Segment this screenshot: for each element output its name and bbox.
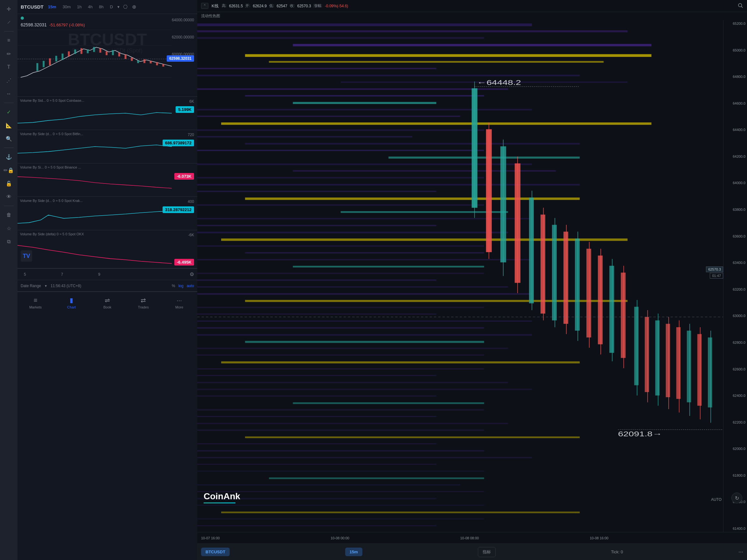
svg-rect-39 xyxy=(245,95,484,96)
sub-indicator-4: Volume By Side (d... 0 ≈ 5 0 Spot Krak..… xyxy=(18,197,197,230)
more-icon: ··· xyxy=(177,297,182,304)
svg-rect-28 xyxy=(197,20,723,532)
text-icon[interactable]: T xyxy=(3,61,15,73)
magnifier-icon[interactable]: 🔍 xyxy=(3,133,15,144)
svg-rect-88 xyxy=(197,430,484,431)
line-tool-icon[interactable]: ⟋ xyxy=(3,17,15,28)
nav-book[interactable]: ⇌ Book xyxy=(89,294,125,312)
footer-more-btn[interactable]: ··· xyxy=(739,549,743,555)
star-icon[interactable]: ☆ xyxy=(3,222,15,234)
kline-header: ⌃ K线 高: 62631.5 开: 62624.9 低: 62547 收: 6… xyxy=(197,0,747,12)
nav-more[interactable]: ··· More xyxy=(161,294,197,312)
price-tick-17: 61800.0 xyxy=(725,474,745,477)
price-tick-10: 63200.0 xyxy=(725,288,745,291)
tf-15m[interactable]: 15m xyxy=(46,3,58,10)
high-label: 高: xyxy=(222,3,227,8)
auto-label: AUTO xyxy=(711,497,722,502)
tf-8h[interactable]: 8h xyxy=(97,3,105,10)
svg-rect-41 xyxy=(197,109,532,110)
eye-icon[interactable]: 👁 xyxy=(3,191,15,203)
indicator-4-label: Volume By Side (d... 0 ≈ 5 0 Spot Krak..… xyxy=(20,199,83,203)
percent-btn[interactable]: % xyxy=(172,284,175,288)
svg-rect-73 xyxy=(197,327,484,328)
nav-book-label: Book xyxy=(103,305,111,309)
date-range-btn[interactable]: Date Range xyxy=(21,284,41,288)
time-axis-1: 10-08 00:00 xyxy=(331,536,349,540)
layers-icon[interactable]: ⧉ xyxy=(3,236,15,247)
liquidity-label: 流动性热图 xyxy=(197,12,747,20)
nav-markets-label: Markets xyxy=(29,305,42,309)
price-tick-13: 62600.0 xyxy=(725,367,745,371)
svg-rect-110 xyxy=(515,163,520,283)
anchor-icon[interactable]: ⚓ xyxy=(3,151,15,162)
svg-rect-66 xyxy=(197,279,436,281)
svg-rect-114 xyxy=(541,215,545,314)
svg-rect-89 xyxy=(245,436,579,438)
svg-rect-62 xyxy=(245,252,484,254)
live-dot xyxy=(21,17,24,20)
svg-rect-91 xyxy=(197,450,484,451)
svg-rect-58 xyxy=(197,225,436,226)
price-tick-7: 63800.0 xyxy=(725,208,745,211)
refresh-btn[interactable]: ↻ xyxy=(731,492,742,503)
footer-symbol-btn[interactable]: BTCUSDT xyxy=(201,548,230,556)
svg-rect-29 xyxy=(197,24,532,26)
add-chart-btn[interactable]: ⊕ xyxy=(131,3,137,11)
nav-chart[interactable]: ▮ Chart xyxy=(53,294,89,312)
tf-4h[interactable]: 4h xyxy=(86,3,94,10)
tf-dropdown[interactable]: ▾ xyxy=(118,4,120,9)
log-btn[interactable]: log xyxy=(179,284,184,288)
tf-1h[interactable]: 1h xyxy=(75,3,83,10)
price-tick-1: 65000.0 xyxy=(725,48,745,52)
ruler-icon[interactable]: 📐 xyxy=(3,119,15,131)
price-tick-5: 64200.0 xyxy=(725,155,745,158)
trash-icon[interactable]: 🗑 xyxy=(3,209,15,221)
auto-btn[interactable]: auto xyxy=(187,284,194,288)
check-icon[interactable]: ✓ xyxy=(3,106,15,118)
crosshair-icon[interactable]: ✛ xyxy=(3,3,15,15)
nav-trades[interactable]: ⇄ Trades xyxy=(125,294,161,312)
indicator-2-badge: 686.97389172 xyxy=(162,140,194,146)
heatmap-svg: ←64448.2 62091.8→ xyxy=(197,20,723,532)
change-label: 涨幅: xyxy=(314,3,322,8)
kline-expand-btn[interactable]: ⌃ xyxy=(201,3,208,9)
svg-rect-136 xyxy=(666,324,670,397)
svg-rect-48 xyxy=(388,157,579,158)
indicator-2-label: Volume By Side (d... 0 ≈ 5 0 Spot Bitfin… xyxy=(20,132,83,136)
tradingview-logo: TV xyxy=(21,250,32,262)
svg-rect-126 xyxy=(609,266,614,353)
search-icon-wrapper[interactable] xyxy=(738,3,743,9)
svg-rect-16 xyxy=(106,52,107,55)
svg-rect-140 xyxy=(687,331,691,402)
tf-D[interactable]: D xyxy=(108,3,114,10)
open-label: 开: xyxy=(245,3,250,8)
time-label-7: 7 xyxy=(61,272,63,277)
node-icon[interactable]: ⋰ xyxy=(3,75,15,86)
lock-edit-icon[interactable]: ✏🔒 xyxy=(3,164,15,176)
main-chart-area[interactable]: 62598.32031 -51.66797 (-0.08%) BTCUSDT B… xyxy=(18,14,197,97)
svg-rect-38 xyxy=(197,88,508,90)
svg-rect-9 xyxy=(62,54,63,60)
svg-rect-77 xyxy=(197,354,484,355)
pencil-icon[interactable]: ✏ xyxy=(3,48,15,59)
footer-indicator-btn[interactable]: 指标 xyxy=(478,547,496,557)
indicator-3-label: Volume By Si... 0 ≈ 5 0 Spot Binance ... xyxy=(20,165,81,169)
lines-icon[interactable]: ≡ xyxy=(3,35,15,46)
chart-settings-icon[interactable]: ⚙ xyxy=(189,271,194,277)
svg-rect-59 xyxy=(197,232,508,233)
price-change: -51.66797 (-0.08%) xyxy=(49,23,85,27)
tf-30m[interactable]: 30m xyxy=(61,3,73,10)
lock-icon[interactable]: 🔓 xyxy=(3,178,15,189)
svg-rect-70 xyxy=(197,307,484,308)
toolbar-divider-2 xyxy=(4,103,14,103)
footer-tf-btn[interactable]: 15m xyxy=(345,548,362,556)
indicator-btn[interactable]: ⎔ xyxy=(122,3,129,11)
nav-markets[interactable]: ≡ Markets xyxy=(18,294,53,312)
price-label-mid: 62000.00000 xyxy=(172,35,194,39)
kline-chart-area[interactable]: ←64448.2 62091.8→ 65200.0 65000.0 64800.… xyxy=(197,20,747,532)
svg-rect-90 xyxy=(197,443,436,444)
svg-rect-132 xyxy=(645,317,649,392)
svg-rect-11 xyxy=(74,50,76,54)
measure-icon[interactable]: ↔ xyxy=(3,88,15,100)
price-tick-12: 62800.0 xyxy=(725,341,745,344)
